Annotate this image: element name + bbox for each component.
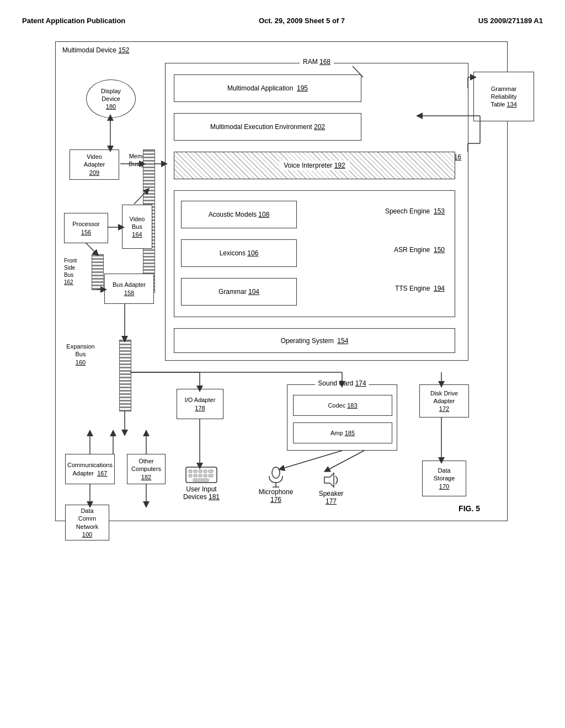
io-adapter-label: I/O Adapter178: [185, 396, 216, 412]
disk-adapter-box: Disk DriveAdapter172: [419, 384, 469, 417]
data-storage-label: DataStorage170: [434, 467, 455, 490]
data-comm-label: DataCommNetwork100: [76, 507, 98, 538]
user-input-label: User InputDevices 181: [183, 485, 220, 501]
data-storage-box: DataStorage170: [422, 461, 466, 496]
outer-box-label: Multimodal Device 152: [62, 46, 129, 54]
fig-label: FIG. 5: [459, 504, 480, 513]
amp-box: Amp 185: [293, 422, 392, 443]
svg-rect-6: [194, 470, 197, 473]
codec-label: Codec 183: [328, 402, 357, 409]
app-label: Multimodal Application 195: [227, 84, 308, 92]
speech-engine-label: Speech Engine 153: [385, 207, 445, 215]
expansion-bus-strip: [119, 340, 131, 411]
data-comm-box: DataCommNetwork100: [65, 505, 109, 540]
voice-interpreter-box: Voice Interpreter 192: [174, 152, 455, 179]
speech-engine-outer-box: Acoustic Models 108 Speech Engine 153 Le…: [174, 190, 455, 317]
acoustic-label: Acoustic Models 108: [209, 211, 270, 218]
amp-label: Amp 185: [331, 430, 355, 436]
comm-adapter-box: CommunicationsAdapter 167: [65, 454, 115, 484]
asr-engine-label: ASR Engine 150: [394, 246, 445, 254]
svg-rect-14: [209, 474, 213, 477]
app-box: Multimodal Application 195: [174, 74, 361, 102]
ram-label: RAM 168: [300, 58, 334, 66]
header-right: US 2009/271189 A1: [478, 17, 543, 25]
voice-label: Voice Interpreter 192: [279, 160, 349, 170]
comm-adapter-label: CommunicationsAdapter 167: [67, 461, 113, 477]
video-bus-label: VideoBus164: [130, 215, 145, 239]
page: Patent Application Publication Oct. 29, …: [0, 0, 565, 728]
svg-rect-7: [199, 470, 202, 473]
svg-rect-15: [193, 479, 209, 481]
os-label: Operating System 154: [281, 337, 349, 345]
mee-label: Multimodal Execution Environment 202: [210, 123, 325, 131]
other-computers-label: OtherComputers182: [131, 457, 161, 481]
speaker-area: Speaker177: [309, 470, 353, 505]
svg-rect-5: [189, 470, 192, 473]
header-center: Oct. 29, 2009 Sheet 5 of 7: [259, 17, 345, 25]
other-computers-box: OtherComputers182: [127, 454, 166, 484]
lexicons-label: Lexicons 106: [220, 249, 259, 257]
ram-box: RAM 168 Multimodal Application 195 Gramm…: [165, 63, 468, 361]
svg-rect-11: [194, 474, 197, 477]
svg-point-0: [272, 467, 280, 478]
header-left: Patent Application Publication: [22, 17, 125, 25]
sound-card-label: Sound Card 174: [315, 379, 369, 387]
multimodal-device-box: Multimodal Device 152 RAM 168 Multimodal…: [55, 41, 508, 521]
svg-rect-8: [204, 470, 207, 473]
io-adapter-box: I/O Adapter178: [177, 389, 223, 419]
header: Patent Application Publication Oct. 29, …: [22, 11, 543, 41]
grammar-inner-label: Grammar 104: [218, 288, 259, 296]
grammar-reliability-label: GrammarReliabilityTable 134: [491, 85, 517, 109]
codec-box: Codec 183: [293, 395, 392, 416]
svg-rect-12: [199, 474, 202, 477]
acoustic-models-box: Acoustic Models 108: [181, 201, 297, 228]
speaker-label: Speaker177: [319, 490, 344, 505]
display-label: DisplayDevice180: [101, 87, 121, 111]
svg-rect-10: [189, 474, 192, 477]
microphone-label: Microphone176: [259, 488, 294, 504]
svg-marker-3: [324, 473, 334, 487]
user-input-area: User InputDevices 181: [174, 466, 229, 501]
grammar-inner-box: Grammar 104: [181, 278, 297, 306]
microphone-area: Microphone176: [251, 466, 301, 504]
display-device-box: DisplayDevice180: [86, 79, 136, 118]
tts-engine-label: TTS Engine 194: [395, 285, 445, 292]
lexicons-box: Lexicons 106: [181, 239, 297, 267]
processor-label: Processor156: [72, 220, 100, 236]
sound-card-box: Sound Card 174 Codec 183 Amp 185: [287, 384, 397, 451]
disk-adapter-label: Disk DriveAdapter172: [430, 389, 458, 413]
svg-rect-9: [209, 470, 213, 473]
processor-box: Processor156: [64, 213, 108, 243]
fsb-label: FrontSideBus162: [64, 257, 89, 286]
diagram-area: Multimodal Device 152 RAM 168 Multimodal…: [55, 41, 508, 521]
video-adapter-label: VideoAdapter209: [84, 153, 105, 176]
bus-adapter-label: Bus Adapter158: [113, 281, 146, 297]
bus-adapter-box: Bus Adapter158: [104, 274, 154, 304]
os-box: Operating System 154: [174, 328, 455, 353]
expansion-bus-label: ExpansionBus160: [61, 342, 100, 366]
fsb-strip: [92, 254, 104, 290]
mee-box: Multimodal Execution Environment 202: [174, 113, 361, 141]
video-adapter-box: VideoAdapter209: [70, 149, 119, 180]
svg-rect-13: [204, 474, 207, 477]
grammar-reliability-table-box: GrammarReliabilityTable 134: [473, 72, 534, 121]
video-bus-box: VideoBus164: [122, 205, 152, 249]
